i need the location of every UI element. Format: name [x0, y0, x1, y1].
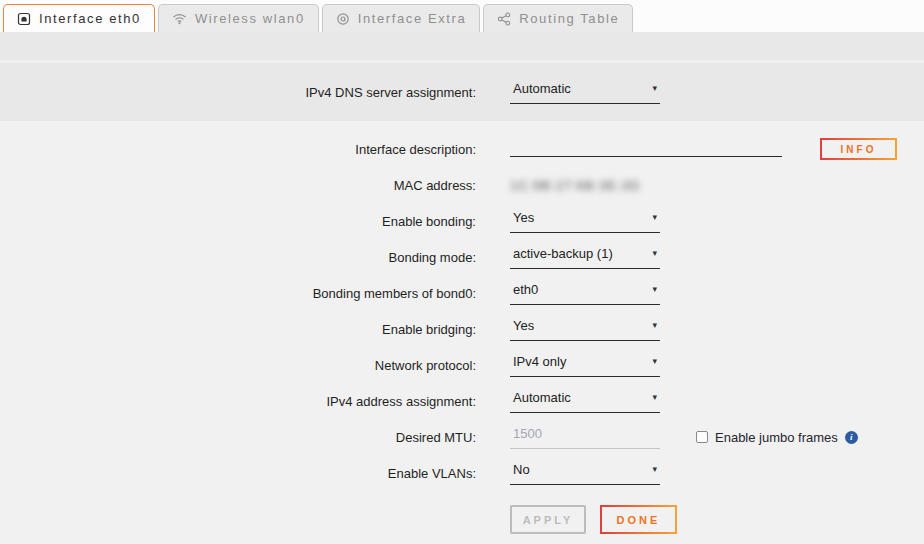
chevron-down-icon: ▾	[652, 392, 657, 402]
field-label: Desired MTU:	[0, 430, 476, 445]
ethernet-port-icon	[17, 12, 31, 26]
form-row-bonding-mode: Bonding mode: active-backup (1) ▾	[0, 239, 924, 275]
tab-routing-table[interactable]: Routing Table	[483, 4, 633, 32]
chevron-down-icon: ▾	[652, 248, 657, 258]
form-row-enable-vlans: Enable VLANs: No ▾	[0, 455, 924, 491]
jumbo-frames-group: Enable jumbo frames i	[696, 430, 858, 445]
jumbo-frames-checkbox[interactable]	[696, 431, 708, 443]
ipv4-assignment-select[interactable]: Automatic ▾	[510, 390, 660, 413]
jumbo-frames-label: Enable jumbo frames	[715, 430, 838, 445]
form-row-bonding-members: Bonding members of bond0: eth0 ▾	[0, 275, 924, 311]
dns-assignment-select[interactable]: Automatic ▾	[510, 81, 660, 104]
field-label: Enable bridging:	[0, 322, 476, 337]
chevron-down-icon: ▾	[652, 356, 657, 366]
action-buttons: APPLY DONE	[510, 505, 924, 534]
select-value: Automatic	[513, 81, 571, 96]
field-label: Bonding members of bond0:	[0, 286, 476, 301]
enable-bonding-select[interactable]: Yes ▾	[510, 210, 660, 233]
enable-bridging-select[interactable]: Yes ▾	[510, 318, 660, 341]
form-row-enable-bridging: Enable bridging: Yes ▾	[0, 311, 924, 347]
form-row-description: Interface description: INFO	[0, 131, 924, 167]
tab-label: Wireless wlan0	[195, 11, 305, 26]
tab-interface-eth0[interactable]: Interface eth0	[3, 4, 155, 32]
field-label: Interface description:	[0, 142, 476, 157]
info-button[interactable]: INFO	[820, 138, 897, 160]
form-row-enable-bonding: Enable bonding: Yes ▾	[0, 203, 924, 239]
info-icon[interactable]: i	[845, 431, 858, 444]
form-row-network-protocol: Network protocol: IPv4 only ▾	[0, 347, 924, 383]
field-label: IPv4 address assignment:	[0, 394, 476, 409]
target-icon	[336, 12, 350, 26]
form-row-ipv4-assignment: IPv4 address assignment: Automatic ▾	[0, 383, 924, 419]
tab-label: Interface eth0	[39, 11, 141, 26]
tab-label: Interface Extra	[358, 11, 467, 26]
network-protocol-select[interactable]: IPv4 only ▾	[510, 354, 660, 377]
tab-wireless-wlan0[interactable]: Wireless wlan0	[158, 4, 319, 32]
field-label: Enable VLANs:	[0, 466, 476, 481]
field-label: Bonding mode:	[0, 250, 476, 265]
chevron-down-icon: ▾	[652, 320, 657, 330]
done-button[interactable]: DONE	[600, 505, 677, 534]
chevron-down-icon: ▾	[652, 212, 657, 222]
form-row-mac: MAC address: 1C:9B:27:6B:3E:3D	[0, 167, 924, 203]
field-label: Network protocol:	[0, 358, 476, 373]
tab-interface-extra[interactable]: Interface Extra	[322, 4, 481, 32]
tab-bar: Interface eth0 Wireless wlan0 Interface …	[0, 0, 924, 32]
field-label: MAC address:	[0, 178, 476, 193]
form-row-dns: IPv4 DNS server assignment: Automatic ▾	[0, 81, 660, 104]
form-row-mtu: Desired MTU: 1500 Enable jumbo frames i	[0, 419, 924, 455]
field-label: Enable bonding:	[0, 214, 476, 229]
chevron-down-icon: ▾	[652, 284, 657, 294]
bonding-members-select[interactable]: eth0 ▾	[510, 282, 660, 305]
bonding-mode-select[interactable]: active-backup (1) ▾	[510, 246, 660, 269]
desired-mtu-input: 1500	[510, 426, 660, 449]
enable-vlans-select[interactable]: No ▾	[510, 462, 660, 485]
chevron-down-icon: ▾	[652, 464, 657, 474]
interface-description-input[interactable]	[510, 142, 782, 157]
chevron-down-icon: ▾	[652, 83, 657, 93]
share-nodes-icon	[497, 12, 511, 26]
wifi-icon	[172, 12, 187, 25]
interface-form: Interface description: INFO MAC address:…	[0, 121, 924, 534]
dns-section: IPv4 DNS server assignment: Automatic ▾	[0, 63, 924, 121]
tab-label: Routing Table	[519, 11, 619, 26]
mac-address-value-redacted: 1C:9B:27:6B:3E:3D	[510, 178, 640, 193]
toolbar-band	[0, 32, 924, 60]
field-label: IPv4 DNS server assignment:	[0, 85, 476, 100]
apply-button[interactable]: APPLY	[510, 505, 586, 534]
